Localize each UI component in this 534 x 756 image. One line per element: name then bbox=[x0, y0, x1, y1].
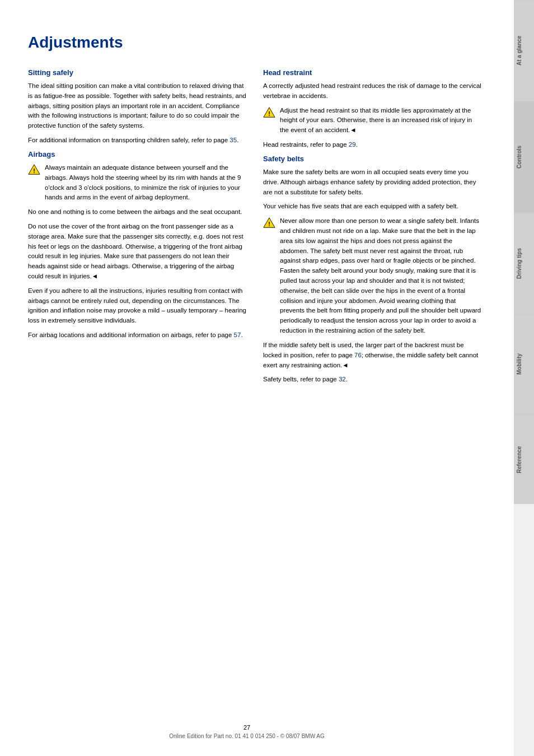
head-restraint-heading: Head restraint bbox=[263, 68, 481, 77]
page-title: Adjustments bbox=[28, 34, 486, 52]
right-column: Head restraint A correctly adjusted head… bbox=[263, 68, 481, 389]
sidebar-item-reference[interactable]: Reference bbox=[514, 414, 534, 504]
sidebar-item-driving-tips[interactable]: Driving tips bbox=[514, 213, 534, 314]
head-restraint-warning1: ! Adjust the head restraint so that its … bbox=[263, 106, 481, 136]
safety-belts-ref: Safety belts, refer to page 32. bbox=[263, 375, 481, 385]
safety-belts-text1: Your vehicle has five seats that are eac… bbox=[263, 202, 481, 212]
safety-belts-section: Safety belts Make sure the safety belts … bbox=[263, 155, 481, 385]
warning-triangle-icon: ! bbox=[28, 164, 40, 176]
airbags-warning1-text: Always maintain an adequate distance bet… bbox=[45, 163, 246, 203]
footer-text: Online Edition for Part no. 01 41 0 014 … bbox=[0, 733, 494, 739]
sitting-safely-additional: For additional information on transporti… bbox=[28, 136, 246, 146]
airbags-text2: Do not use the cover of the front airbag… bbox=[28, 222, 246, 282]
page29-link[interactable]: 29 bbox=[349, 141, 356, 148]
sidebar: At a glance Controls Driving tips Mobili… bbox=[514, 0, 534, 756]
sidebar-item-at-a-glance[interactable]: At a glance bbox=[514, 0, 534, 101]
warning-triangle-icon-3: ! bbox=[263, 217, 275, 229]
page76-link[interactable]: 76 bbox=[354, 352, 362, 358]
warning-triangle-icon-2: ! bbox=[263, 106, 275, 119]
safety-belts-warning1: ! Never allow more than one person to we… bbox=[263, 216, 481, 336]
safety-belts-text2: If the middle safety belt is used, the l… bbox=[263, 340, 481, 370]
sitting-safely-intro: The ideal sitting position can make a vi… bbox=[28, 81, 246, 131]
page-footer: 27 Online Edition for Part no. 01 41 0 0… bbox=[0, 724, 494, 739]
svg-text:!: ! bbox=[268, 221, 270, 227]
safety-belts-heading: Safety belts bbox=[263, 155, 481, 163]
airbags-text1: No one and nothing is to come between th… bbox=[28, 207, 246, 217]
main-content: Adjustments Sitting safely The ideal sit… bbox=[0, 0, 514, 756]
airbags-text3: Even if you adhere to all the instructio… bbox=[28, 286, 246, 326]
page35-link[interactable]: 35 bbox=[229, 137, 237, 143]
safety-belts-warning1-text: Never allow more than one person to wear… bbox=[280, 216, 481, 336]
airbags-section: Airbags ! Always maintain an adequate di… bbox=[28, 150, 246, 340]
sitting-safely-heading: Sitting safely bbox=[28, 68, 246, 77]
sidebar-label-at-a-glance: At a glance bbox=[516, 36, 522, 66]
two-column-layout: Sitting safely The ideal sitting positio… bbox=[28, 68, 486, 389]
svg-text:!: ! bbox=[33, 167, 35, 174]
page57-link[interactable]: 57 bbox=[234, 332, 241, 338]
sidebar-item-controls[interactable]: Controls bbox=[514, 101, 534, 213]
svg-text:!: ! bbox=[268, 110, 270, 116]
head-restraint-warning1-text: Adjust the head restraint so that its mi… bbox=[280, 106, 481, 136]
head-restraint-section: Head restraint A correctly adjusted head… bbox=[263, 68, 481, 150]
sidebar-label-reference: Reference bbox=[516, 446, 522, 473]
sidebar-item-mobility[interactable]: Mobility bbox=[514, 314, 534, 414]
airbags-ref: For airbag locations and additional info… bbox=[28, 330, 246, 340]
left-column: Sitting safely The ideal sitting positio… bbox=[28, 68, 246, 389]
airbags-warning1: ! Always maintain an adequate distance b… bbox=[28, 163, 246, 203]
sidebar-label-controls: Controls bbox=[516, 146, 522, 169]
head-restraint-ref: Head restraints, refer to page 29. bbox=[263, 140, 481, 150]
page-number: 27 bbox=[0, 724, 494, 731]
airbags-heading: Airbags bbox=[28, 150, 246, 158]
page32-link[interactable]: 32 bbox=[339, 376, 346, 382]
safety-belts-intro: Make sure the safety belts are worn in a… bbox=[263, 167, 481, 197]
head-restraint-intro: A correctly adjusted head restraint redu… bbox=[263, 81, 481, 101]
sidebar-label-driving-tips: Driving tips bbox=[516, 248, 522, 279]
sitting-safely-section: Sitting safely The ideal sitting positio… bbox=[28, 68, 246, 146]
sidebar-label-mobility: Mobility bbox=[516, 354, 522, 375]
